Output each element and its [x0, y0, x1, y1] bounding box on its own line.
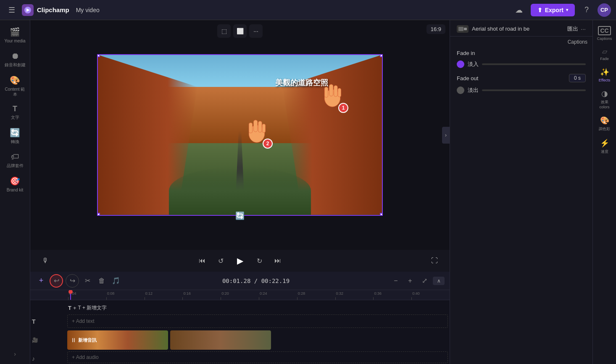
audio-track-icon: ♪ [32, 355, 35, 362]
panel-media-title: Aerial shot of road in be [472, 26, 565, 33]
vegetation [169, 167, 311, 215]
video-preview-container: 🔄 美觀的道路空照 [97, 49, 383, 221]
sidebar-item-record[interactable]: ⏺ 錄音和創建 [2, 48, 29, 71]
panel-more-button[interactable]: ··· [581, 26, 586, 32]
sidebar-item-transform[interactable]: 🔄 轉換 [2, 124, 29, 148]
resize-handle-bl[interactable] [97, 213, 100, 216]
sidebar-item-brandkit[interactable]: 🏷 品牌套件 [2, 149, 29, 172]
export-button[interactable]: ⬆ Export ▾ [531, 4, 575, 16]
fade-out-label: Fade out [457, 75, 486, 81]
video-frame[interactable] [97, 54, 383, 216]
tool-captions[interactable]: CC Captions [595, 24, 615, 43]
sidebar-item-content[interactable]: 🎨 Content 範本 [2, 72, 29, 100]
play-button[interactable]: ▶ [232, 253, 247, 268]
topbar-actions: ? CP [580, 3, 611, 17]
pip-button[interactable]: ⬜ [233, 24, 247, 38]
clip-label: 新增音訊 [78, 337, 97, 343]
fade-in-slider[interactable] [482, 63, 586, 65]
preview-top-toolbar: ⬚ ⬜ ··· [217, 24, 263, 38]
ruler-mark-1: 0:08 [106, 290, 145, 300]
sidebar-item-brand[interactable]: 🎯 Brand kit [2, 173, 29, 196]
timeline-right: − + ⤢ ∧ [390, 275, 445, 287]
add-audio-button[interactable]: + Add audio [67, 351, 448, 363]
cloud-save-button[interactable]: ☁ [512, 3, 526, 17]
video-clip-2[interactable] [170, 330, 271, 350]
fade-out-seconds: 0 [574, 75, 577, 81]
hamburger-menu[interactable]: ☰ [5, 3, 18, 17]
fit-timeline-button[interactable]: ⤢ [419, 275, 430, 287]
tool-colorgrade[interactable]: 🎨 調色彩 [595, 113, 615, 134]
cut-button[interactable]: ✂ [82, 275, 93, 287]
add-text-button[interactable]: + Add text [67, 314, 448, 328]
resize-handle-br[interactable] [380, 213, 383, 216]
rotate-handle[interactable]: 🔄 [235, 211, 245, 220]
fullscreen-button[interactable]: ⛶ [428, 254, 441, 267]
collapse-panel-btn[interactable]: › [442, 127, 450, 144]
colorgrade-tool-label: 調色彩 [599, 126, 610, 132]
add-text-label: T + T + 新增文字 [68, 304, 448, 312]
total-time: 00:22.19 [261, 278, 290, 284]
right-tool-strip: CC Captions ▱ Fade ✨ Effects ◑ 效果 colors… [592, 20, 616, 364]
captions-row: Captions [450, 37, 592, 45]
collapse-timeline-button[interactable]: ∧ [433, 277, 445, 285]
video-track-row: 🎥 ⏸ 新增音訊 [30, 330, 450, 351]
more-options-button[interactable]: ··· [249, 24, 263, 38]
templates-icon: T [13, 105, 17, 113]
delete-button[interactable]: 🗑 [96, 275, 108, 287]
speed-tool-label: 速度 [601, 149, 608, 155]
add-media-button[interactable]: + [35, 275, 47, 287]
preview-area: ⬚ ⬜ ··· 16:9 › [30, 20, 450, 250]
redo-button[interactable]: ↪ [66, 274, 79, 288]
tool-colors[interactable]: ◑ 效果 colors [595, 86, 615, 112]
ruler-mark-4: 0:20 [221, 290, 259, 300]
speed-icon: ⚡ [600, 139, 609, 148]
app-logo [22, 4, 34, 16]
text-track-content[interactable]: + Add text [67, 314, 448, 329]
add-text-plus: + [73, 305, 76, 311]
audio-track-content[interactable]: + Add audio [67, 351, 448, 364]
fade-out-value-box[interactable]: 0 s [569, 74, 586, 82]
sidebar-item-label-content: Content 範本 [3, 87, 27, 97]
help-button[interactable]: ? [580, 3, 593, 17]
sidebar-collapse-button[interactable]: › [11, 347, 19, 361]
ruler-mark-9: 0:40 [411, 290, 450, 300]
tool-speed[interactable]: ⚡ 速度 [595, 136, 615, 157]
tool-effects[interactable]: ✨ Effects [595, 65, 615, 85]
effects-tool-label: Effects [599, 78, 610, 82]
video-clip-1[interactable]: ⏸ 新增音訊 [67, 330, 168, 350]
timeline-ruler: 0:04 0:08 0:12 0:16 0:20 0:24 0:28 0:32 … [30, 290, 450, 300]
project-name[interactable]: My video [76, 7, 100, 13]
crop-button[interactable]: ⬚ [217, 24, 231, 38]
sidebar-item-label-record: 錄音和創建 [5, 63, 26, 68]
zoom-out-button[interactable]: − [390, 275, 402, 287]
avatar-button[interactable]: CP [598, 3, 611, 17]
rewind-button[interactable]: ↺ [214, 254, 227, 267]
fade-out-slider[interactable] [482, 89, 586, 91]
undo-button[interactable]: ↩ [50, 274, 63, 288]
mic-button[interactable]: 🎙 [39, 254, 52, 267]
forward-button[interactable]: ↻ [253, 254, 266, 267]
fade-in-label: Fade in [457, 50, 486, 56]
center-area: ⬚ ⬜ ··· 16:9 › [30, 20, 450, 364]
sidebar-item-templates[interactable]: T 文字 [2, 101, 29, 123]
resize-handle-tr[interactable] [380, 54, 383, 57]
detach-audio-button[interactable]: 🎵 [110, 275, 122, 287]
panel-header: Aerial shot of road in be 匯出 ··· [450, 20, 592, 37]
zoom-in-button[interactable]: + [404, 275, 416, 287]
ruler-marks: 0:04 0:08 0:12 0:16 0:20 0:24 0:28 0:32 … [68, 290, 450, 300]
skip-back-button[interactable]: ⏮ [195, 254, 209, 267]
sidebar-item-media[interactable]: 🎬 Your media [2, 24, 29, 47]
clip-pause-icon: ⏸ [71, 337, 76, 343]
skip-forward-button[interactable]: ⏭ [271, 254, 284, 267]
tool-fade[interactable]: ▱ Fade [595, 45, 615, 63]
text-track-T-icon: T [32, 318, 36, 325]
ruler-mark-2: 0:12 [145, 290, 183, 300]
text-track-row: T + Add text [30, 314, 450, 330]
colorgrade-icon: 🎨 [600, 116, 609, 125]
fade-in-row: Fade in [457, 50, 586, 56]
resize-handle-tl[interactable] [97, 54, 100, 57]
ruler-mark-5: 0:24 [259, 290, 297, 300]
ruler-mark-6: 0:28 [297, 290, 335, 300]
playhead[interactable] [70, 290, 71, 300]
video-track-label: 🎥 [32, 337, 66, 343]
